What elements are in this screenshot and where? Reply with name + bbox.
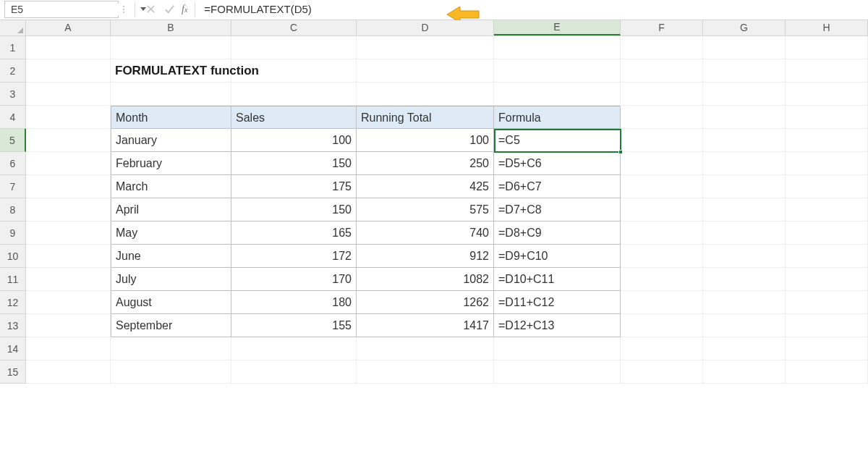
cell[interactable] [703,106,786,129]
col-header[interactable]: D [357,20,494,35]
cell[interactable] [111,83,231,106]
table-cell-formula[interactable]: =D8+C9 [494,221,621,245]
cell[interactable] [357,36,494,59]
cell[interactable] [621,129,703,152]
cell[interactable] [621,36,703,59]
cell[interactable] [703,129,786,152]
cell[interactable] [703,36,786,59]
cell[interactable] [621,83,703,106]
table-cell-sales[interactable]: 155 [231,314,357,337]
cell[interactable] [26,175,111,198]
cell[interactable] [786,83,868,106]
cell[interactable] [621,152,703,175]
name-box[interactable] [4,1,119,18]
cell[interactable] [703,152,786,175]
table-cell-formula[interactable]: =D10+C11 [494,268,621,291]
cell[interactable] [786,268,868,291]
cell[interactable] [703,337,786,360]
cell[interactable] [494,337,621,360]
table-cell-sales[interactable]: 165 [231,221,357,245]
table-cell-month[interactable]: January [111,129,231,152]
cell[interactable] [621,291,703,314]
table-cell-formula[interactable]: =D11+C12 [494,291,621,314]
table-header-month[interactable]: Month [111,106,231,129]
cell[interactable] [786,175,868,198]
table-cell-sales[interactable]: 150 [231,198,357,221]
table-cell-running-total[interactable]: 740 [357,221,494,245]
cell[interactable] [786,106,868,129]
cell[interactable] [26,198,111,221]
cell[interactable] [357,59,494,83]
table-cell-running-total[interactable]: 425 [357,175,494,198]
table-cell-month[interactable]: March [111,175,231,198]
table-cell-month[interactable]: February [111,152,231,175]
cell[interactable] [231,59,357,83]
cell[interactable] [703,360,786,384]
row-header[interactable]: 14 [0,337,26,360]
cell[interactable] [357,360,494,384]
table-cell-running-total[interactable]: 575 [357,198,494,221]
cell[interactable] [786,245,868,268]
table-cell-running-total[interactable]: 1082 [357,268,494,291]
row-header[interactable]: 2 [0,59,26,83]
cell[interactable] [703,175,786,198]
cell[interactable] [231,36,357,59]
cell[interactable] [26,36,111,59]
cell[interactable] [111,36,231,59]
cell[interactable] [703,291,786,314]
table-cell-formula[interactable]: =D7+C8 [494,198,621,221]
cell[interactable] [26,59,111,83]
col-header-selected[interactable]: E [494,20,621,35]
cell[interactable] [786,291,868,314]
row-header[interactable]: 8 [0,198,26,221]
row-header[interactable]: 13 [0,314,26,337]
cell[interactable] [703,268,786,291]
cell[interactable] [231,337,357,360]
table-header-running-total[interactable]: Running Total [357,106,494,129]
row-header[interactable]: 12 [0,291,26,314]
table-cell-running-total[interactable]: 100 [357,129,494,152]
table-cell-running-total[interactable]: 1417 [357,314,494,337]
cell[interactable] [621,106,703,129]
table-cell-month[interactable]: April [111,198,231,221]
table-cell-sales[interactable]: 100 [231,129,357,152]
cell[interactable] [786,152,868,175]
col-header[interactable]: G [703,20,786,35]
cell[interactable] [703,221,786,245]
cell[interactable] [26,152,111,175]
cells-area[interactable]: FORMULATEXT function [26,36,868,384]
fx-icon[interactable]: fx [182,4,187,15]
table-cell-formula[interactable]: =C5 [494,129,621,152]
cell[interactable] [26,106,111,129]
cell[interactable] [494,83,621,106]
cell[interactable] [786,59,868,83]
row-header[interactable]: 11 [0,268,26,291]
cell[interactable] [621,175,703,198]
cell[interactable] [494,360,621,384]
table-cell-sales[interactable]: 180 [231,291,357,314]
table-cell-month[interactable]: August [111,291,231,314]
table-header-formula[interactable]: Formula [494,106,621,129]
col-header[interactable]: B [111,20,231,35]
cell[interactable] [111,360,231,384]
cell[interactable] [621,360,703,384]
table-cell-month[interactable]: May [111,221,231,245]
cell[interactable] [786,221,868,245]
table-cell-running-total[interactable]: 250 [357,152,494,175]
row-header[interactable]: 10 [0,245,26,268]
row-header[interactable]: 6 [0,152,26,175]
cell[interactable] [26,221,111,245]
cell[interactable] [111,337,231,360]
table-cell-month[interactable]: July [111,268,231,291]
row-header[interactable]: 7 [0,175,26,198]
table-cell-sales[interactable]: 175 [231,175,357,198]
col-header[interactable]: F [621,20,703,35]
cell[interactable] [26,83,111,106]
name-box-input[interactable] [11,4,137,15]
cell[interactable] [26,337,111,360]
cell[interactable] [621,221,703,245]
table-cell-formula[interactable]: =D12+C13 [494,314,621,337]
table-cell-sales[interactable]: 172 [231,245,357,268]
cell[interactable] [703,83,786,106]
cell[interactable] [231,83,357,106]
